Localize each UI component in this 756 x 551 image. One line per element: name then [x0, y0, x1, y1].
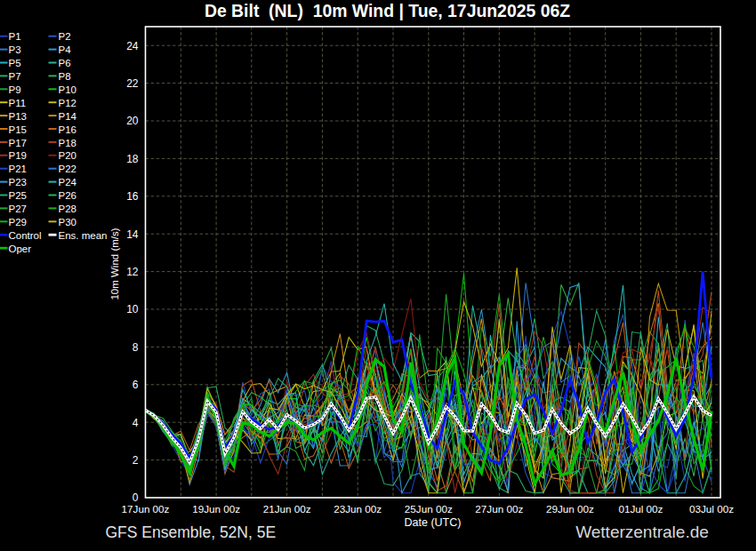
svg-text:P2: P2: [59, 31, 71, 42]
svg-text:P25: P25: [9, 190, 27, 201]
svg-text:P11: P11: [9, 98, 27, 108]
svg-text:2: 2: [133, 454, 139, 467]
svg-text:P17: P17: [9, 138, 27, 148]
svg-text:P18: P18: [59, 138, 76, 148]
svg-text:P12: P12: [59, 98, 76, 108]
svg-text:23Jun 00z: 23Jun 00z: [334, 503, 382, 515]
svg-text:P21: P21: [9, 164, 27, 174]
svg-text:Ens. mean: Ens. mean: [59, 230, 108, 241]
svg-text:01Jul 00z: 01Jul 00z: [618, 503, 663, 515]
svg-text:P6: P6: [59, 58, 71, 68]
svg-text:P19: P19: [9, 150, 27, 161]
svg-text:P7: P7: [9, 71, 21, 82]
svg-text:P22: P22: [59, 164, 76, 174]
svg-text:Date (UTC): Date (UTC): [405, 516, 462, 529]
svg-text:P3: P3: [9, 44, 21, 55]
svg-text:P9: P9: [9, 84, 21, 95]
svg-text:29Jun 00z: 29Jun 00z: [546, 503, 594, 515]
svg-text:P16: P16: [59, 124, 76, 135]
svg-text:19Jun 00z: 19Jun 00z: [192, 503, 240, 515]
svg-text:P14: P14: [59, 111, 77, 122]
svg-text:17Jun 00z: 17Jun 00z: [122, 503, 170, 515]
svg-text:27Jun 00z: 27Jun 00z: [475, 503, 523, 515]
svg-text:P13: P13: [9, 111, 27, 122]
svg-text:P8: P8: [59, 71, 71, 82]
svg-text:Control: Control: [9, 230, 42, 241]
svg-text:Wetterzentrale.de: Wetterzentrale.de: [575, 523, 709, 541]
svg-text:P27: P27: [9, 204, 27, 214]
svg-text:P23: P23: [9, 177, 27, 188]
svg-text:De Bilt (NL) 10m Wind | Tue,: De Bilt (NL) 10m Wind | Tue, 17Jun2025 0…: [205, 1, 570, 20]
svg-text:8: 8: [133, 341, 139, 354]
svg-text:P5: P5: [9, 58, 21, 68]
svg-text:6: 6: [133, 379, 139, 391]
svg-text:P30: P30: [59, 217, 76, 228]
svg-text:P26: P26: [59, 190, 76, 201]
svg-text:10: 10: [126, 303, 139, 315]
svg-text:22: 22: [126, 77, 139, 90]
svg-text:P4: P4: [59, 44, 72, 55]
svg-text:P24: P24: [59, 177, 77, 188]
svg-text:03Jul 00z: 03Jul 00z: [689, 503, 734, 515]
svg-text:P1: P1: [9, 31, 21, 42]
svg-text:18: 18: [126, 153, 139, 165]
svg-text:P20: P20: [59, 150, 76, 161]
svg-text:25Jun 00z: 25Jun 00z: [405, 503, 453, 515]
svg-text:Oper: Oper: [9, 244, 32, 254]
svg-text:10m Wind (m/s): 10m Wind (m/s): [109, 228, 120, 299]
svg-text:P29: P29: [9, 217, 27, 228]
svg-text:14: 14: [126, 228, 139, 241]
svg-text:P15: P15: [9, 124, 27, 135]
svg-text:12: 12: [126, 266, 139, 278]
svg-text:21Jun 00z: 21Jun 00z: [263, 503, 311, 515]
svg-text:20: 20: [126, 115, 139, 127]
svg-text:16: 16: [126, 190, 139, 203]
svg-text:P10: P10: [59, 84, 76, 95]
svg-text:P28: P28: [59, 204, 76, 214]
svg-text:24: 24: [126, 40, 139, 52]
svg-text:GFS Ensemble, 52N, 5E: GFS Ensemble, 52N, 5E: [106, 523, 277, 541]
svg-text:4: 4: [133, 417, 139, 429]
